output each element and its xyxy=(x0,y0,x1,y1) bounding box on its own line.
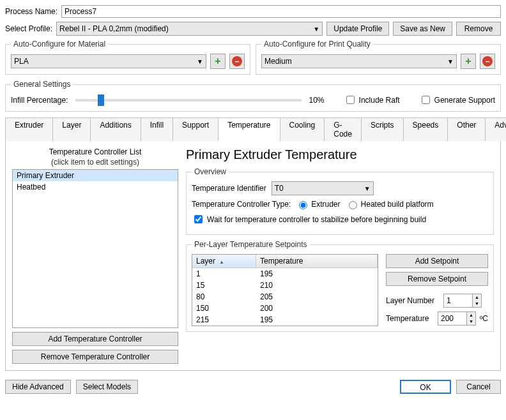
chevron-down-icon: ▼ xyxy=(447,58,454,65)
layer-number-input[interactable] xyxy=(444,294,472,307)
table-row[interactable]: 1195 xyxy=(192,268,378,280)
remove-controller-button[interactable]: Remove Temperature Controller xyxy=(12,350,178,364)
save-as-new-button[interactable]: Save as New xyxy=(393,22,452,36)
tab-temperature[interactable]: Temperature xyxy=(218,117,280,141)
generate-support-checkbox[interactable]: Generate Support xyxy=(419,94,495,106)
infill-value: 10% xyxy=(309,96,325,105)
overview-group: Overview Temperature Identifier T0 ▼ Tem… xyxy=(186,167,494,235)
remove-setpoint-button[interactable]: Remove Setpoint xyxy=(386,272,488,286)
auto-material-legend: Auto-Configure for Material xyxy=(11,40,108,49)
cell-layer: 150 xyxy=(192,303,256,314)
tab-speeds[interactable]: Speeds xyxy=(403,117,448,141)
setpoints-table[interactable]: Layer▲ Temperature 119515210802051502002… xyxy=(192,254,378,326)
temp-identifier-label: Temperature Identifier xyxy=(192,184,266,193)
auto-configure-material-group: Auto-Configure for Material PLA ▼ + – xyxy=(5,40,250,75)
controller-list-title: Temperature Controller List xyxy=(12,147,178,156)
spin-down-icon[interactable]: ▼ xyxy=(473,301,481,307)
infill-label: Infill Percentage: xyxy=(11,96,68,105)
list-item[interactable]: Heatbed xyxy=(13,181,178,193)
process-name-input[interactable] xyxy=(61,5,501,18)
tab-g-code[interactable]: G-Code xyxy=(324,117,362,141)
tab-additions[interactable]: Additions xyxy=(90,117,141,141)
list-item[interactable]: Primary Extruder xyxy=(13,170,178,181)
remove-quality-button[interactable]: – xyxy=(480,54,495,69)
add-quality-button[interactable]: + xyxy=(461,54,476,69)
select-profile-value: Rebel II - PLA 0,2mm (modified) xyxy=(59,24,169,33)
cell-temp: 195 xyxy=(256,268,378,280)
setpoint-temp-spinner[interactable]: ▲▼ xyxy=(438,311,476,326)
tab-advanced[interactable]: Advanced xyxy=(485,117,506,141)
cell-layer: 1 xyxy=(192,268,256,280)
spin-down-icon[interactable]: ▼ xyxy=(467,319,475,325)
tab-extruder[interactable]: Extruder xyxy=(5,117,53,141)
general-settings-group: General Settings Infill Percentage: 10% … xyxy=(5,80,501,112)
general-legend: General Settings xyxy=(11,80,73,89)
radio-extruder[interactable]: Extruder xyxy=(296,199,340,209)
minus-icon: – xyxy=(232,56,242,66)
chevron-down-icon: ▼ xyxy=(313,26,319,33)
radio-heated-bed[interactable]: Heated build platform xyxy=(346,199,434,209)
tab-layer[interactable]: Layer xyxy=(52,117,91,141)
infill-slider[interactable] xyxy=(75,99,301,101)
tab-support[interactable]: Support xyxy=(172,117,218,141)
controller-list-sub: (click item to edit settings) xyxy=(12,158,178,167)
wait-stabilize-checkbox[interactable]: Wait for temperature controller to stabi… xyxy=(192,213,426,225)
add-controller-button[interactable]: Add Temperature Controller xyxy=(12,332,178,346)
temp-unit: ºC xyxy=(480,314,488,323)
plus-icon: + xyxy=(465,56,471,66)
temp-identifier-dropdown[interactable]: T0 ▼ xyxy=(272,181,374,195)
controller-title: Primary Extruder Temperature xyxy=(186,147,494,162)
cell-temp: 195 xyxy=(256,314,378,326)
settings-tabs: ExtruderLayerAdditionsInfillSupportTempe… xyxy=(5,117,501,141)
select-profile-label: Select Profile: xyxy=(5,24,52,33)
include-raft-checkbox[interactable]: Include Raft xyxy=(344,94,400,106)
sort-asc-icon: ▲ xyxy=(219,259,224,265)
cell-layer: 15 xyxy=(192,280,256,291)
select-models-button[interactable]: Select Models xyxy=(76,380,138,394)
controller-listbox[interactable]: Primary ExtruderHeatbed xyxy=(12,169,178,328)
col-temp-header[interactable]: Temperature xyxy=(256,255,378,267)
quality-dropdown[interactable]: Medium ▼ xyxy=(261,54,457,68)
table-row[interactable]: 80205 xyxy=(192,291,378,303)
process-name-label: Process Name: xyxy=(5,7,57,16)
add-material-button[interactable]: + xyxy=(210,54,226,69)
temperature-tab-panel: Temperature Controller List (click item … xyxy=(5,141,501,371)
controller-type-label: Temperature Controller Type: xyxy=(192,200,291,209)
material-value: PLA xyxy=(14,57,29,66)
cell-temp: 200 xyxy=(256,303,378,314)
quality-value: Medium xyxy=(264,57,292,66)
hide-advanced-button[interactable]: Hide Advanced xyxy=(5,380,71,394)
cell-temp: 210 xyxy=(256,280,378,291)
tab-scripts[interactable]: Scripts xyxy=(361,117,404,141)
chevron-down-icon: ▼ xyxy=(197,58,203,65)
setpoint-temp-input[interactable] xyxy=(438,312,466,325)
setpoints-group: Per-Layer Temperature Setpoints Layer▲ T… xyxy=(186,240,494,332)
tab-infill[interactable]: Infill xyxy=(141,117,173,141)
setpoints-legend: Per-Layer Temperature Setpoints xyxy=(192,240,310,249)
add-setpoint-button[interactable]: Add Setpoint xyxy=(386,254,488,268)
auto-configure-quality-group: Auto-Configure for Print Quality Medium … xyxy=(256,40,501,75)
spin-up-icon[interactable]: ▲ xyxy=(467,312,475,319)
remove-material-button[interactable]: – xyxy=(229,54,245,69)
table-row[interactable]: 215195 xyxy=(192,314,378,326)
cell-temp: 205 xyxy=(256,291,378,303)
table-row[interactable]: 15210 xyxy=(192,280,378,291)
col-layer-header[interactable]: Layer▲ xyxy=(192,255,256,267)
select-profile-dropdown[interactable]: Rebel II - PLA 0,2mm (modified) ▼ xyxy=(56,22,323,36)
layer-number-spinner[interactable]: ▲▼ xyxy=(443,294,482,308)
ok-button[interactable]: OK xyxy=(400,380,451,394)
cancel-button[interactable]: Cancel xyxy=(456,380,501,394)
material-dropdown[interactable]: PLA ▼ xyxy=(11,54,206,68)
tab-cooling[interactable]: Cooling xyxy=(280,117,325,141)
tab-other[interactable]: Other xyxy=(447,117,486,141)
chevron-down-icon: ▼ xyxy=(364,185,371,192)
cell-layer: 215 xyxy=(192,314,256,326)
setpoint-temp-label: Temperature xyxy=(386,314,434,323)
spin-up-icon[interactable]: ▲ xyxy=(473,294,481,301)
remove-profile-button[interactable]: Remove xyxy=(456,22,501,36)
auto-quality-legend: Auto-Configure for Print Quality xyxy=(261,40,373,49)
minus-icon: – xyxy=(482,56,493,66)
layer-number-label: Layer Number xyxy=(386,296,440,305)
update-profile-button[interactable]: Update Profile xyxy=(326,22,389,36)
table-row[interactable]: 150200 xyxy=(192,303,378,314)
